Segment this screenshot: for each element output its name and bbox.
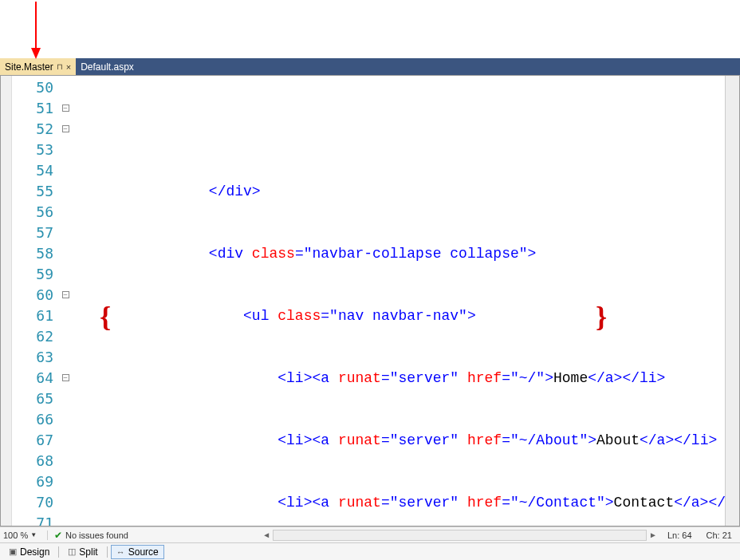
split-icon: ◫	[68, 546, 76, 557]
view-mode-bar: ▣ Design ◫ Split ↔ Source	[0, 542, 740, 560]
line-number: 70	[12, 492, 53, 513]
health-text: No issues found	[65, 530, 128, 540]
view-label: Source	[128, 546, 159, 558]
line-number: 59	[12, 264, 53, 285]
source-icon: ↔	[116, 547, 125, 557]
line-number: 51	[12, 98, 53, 119]
line-number: 50	[12, 77, 53, 98]
annotation-arrow	[24, 0, 48, 64]
tab-site-master[interactable]: Site.Master ⊓ ×	[0, 58, 76, 75]
line-number: 65	[12, 388, 53, 409]
line-number: 62	[12, 326, 53, 347]
tab-default-aspx[interactable]: Default.aspx	[76, 58, 139, 75]
line-number: 67	[12, 430, 53, 451]
scroll-track[interactable]	[273, 530, 647, 541]
zoom-value: 100 %	[3, 530, 28, 540]
document-tab-bar: Site.Master ⊓ × Default.aspx	[0, 58, 740, 76]
separator	[58, 546, 59, 558]
view-label: Design	[20, 546, 49, 558]
horizontal-scrollbar[interactable]: ◄ ►	[260, 530, 659, 541]
separator	[107, 546, 108, 558]
scroll-right-icon[interactable]: ►	[647, 530, 659, 539]
line-number: 52	[12, 119, 53, 140]
checkmark-icon: ✔	[54, 530, 62, 541]
line-number: 61	[12, 306, 53, 326]
design-icon: ▣	[9, 546, 17, 557]
caret-position: Ln: 64 Ch: 21	[659, 530, 740, 540]
scroll-left-icon[interactable]: ◄	[260, 530, 273, 539]
vertical-scrollbar[interactable]	[725, 76, 739, 526]
svg-marker-1	[31, 48, 41, 59]
chevron-down-icon: ▼	[30, 531, 37, 538]
visual-studio-editor: Site.Master ⊓ × Default.aspx 50 51 52 53…	[0, 0, 740, 560]
tab-label: Site.Master	[5, 61, 53, 73]
editor-status-bar: 100 % ▼ ✔ No issues found ◄ ► Ln: 64 Ch:…	[0, 526, 740, 542]
line-number: 69	[12, 471, 53, 492]
view-source-button[interactable]: ↔ Source	[111, 545, 164, 559]
close-icon[interactable]: ×	[66, 62, 71, 72]
line-number: 66	[12, 409, 53, 430]
view-split-button[interactable]: ◫ Split	[62, 545, 103, 559]
line-number: 58	[12, 243, 53, 264]
tab-label: Default.aspx	[81, 61, 134, 73]
line-number-gutter: 50 51 52 53 54 55 56 57 58 59 60 61 62 6…	[12, 76, 60, 526]
view-design-button[interactable]: ▣ Design	[3, 545, 55, 559]
line-number: 56	[12, 202, 53, 223]
line-number: 60	[12, 285, 53, 306]
view-label: Split	[79, 546, 97, 558]
code-editor: 50 51 52 53 54 55 56 57 58 59 60 61 62 6…	[0, 76, 740, 526]
line-number: 57	[12, 223, 53, 243]
pin-icon[interactable]: ⊓	[57, 62, 63, 71]
line-number: 54	[12, 160, 53, 181]
outlining-margin[interactable]: − − − −	[60, 76, 71, 526]
zoom-dropdown[interactable]: 100 % ▼	[0, 530, 48, 540]
line-number: 71	[12, 513, 53, 526]
line-number: 63	[12, 347, 53, 368]
line-number: 64	[12, 368, 53, 388]
code-area[interactable]: { } </div> <div class="navbar-collapse c…	[71, 76, 725, 526]
health-indicator[interactable]: ✔ No issues found	[48, 530, 260, 541]
line-number: 53	[12, 140, 53, 160]
indicator-margin	[1, 76, 12, 526]
line-number: 68	[12, 451, 53, 471]
line-number: 55	[12, 181, 53, 202]
